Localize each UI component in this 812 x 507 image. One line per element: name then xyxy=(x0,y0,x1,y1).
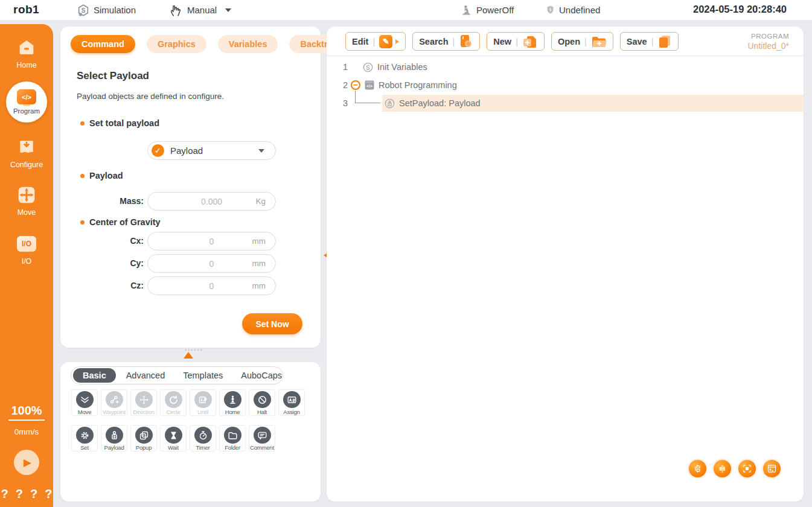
tree-connector xyxy=(355,91,356,103)
cmd-folder[interactable]: Folder xyxy=(219,425,246,451)
play-button[interactable]: ▶ xyxy=(14,450,39,475)
edit-button[interactable]: Edit| ✎ xyxy=(345,32,406,51)
mode-dropdown[interactable]: Manual xyxy=(169,0,231,20)
cmd-halt[interactable]: Halt xyxy=(249,389,275,416)
focus-node-icon[interactable] xyxy=(738,460,756,477)
question-mark[interactable]: ? xyxy=(30,487,37,501)
file-plus-icon xyxy=(522,34,538,49)
sidebar-nav: Home </> Program Configure Move I/O I/O … xyxy=(0,24,53,507)
set-now-button[interactable]: Set Now xyxy=(242,313,302,334)
cmd-wait[interactable]: Wait xyxy=(160,425,187,451)
program-toolbar: Edit| ✎ Search| New| Open| Save| xyxy=(345,32,679,51)
safety-status[interactable]: Undefined xyxy=(545,0,600,20)
question-mark[interactable]: ? xyxy=(45,487,52,501)
mode-label: Manual xyxy=(187,5,217,15)
cmd-home[interactable]: Home xyxy=(219,389,246,416)
sidebar-item-home[interactable]: Home xyxy=(16,37,37,69)
new-button[interactable]: New| xyxy=(487,32,545,51)
cmd-until: Until xyxy=(190,389,216,416)
comment-icon xyxy=(254,427,271,444)
cy-unit: mm xyxy=(252,259,266,268)
payload-dropdown[interactable]: ✓ Payload xyxy=(147,141,276,160)
tab-variables[interactable]: Variables xyxy=(218,35,278,53)
program-panel: Edit| ✎ Search| New| Open| Save| xyxy=(327,27,804,502)
tab-templates[interactable]: Templates xyxy=(175,369,231,382)
pencil-icon: ✎ xyxy=(379,35,392,48)
speed-block: 100% 0mm/s ▶ ? ? ? ? xyxy=(1,404,53,507)
cz-label: Cz: xyxy=(76,276,144,295)
check-circle-icon: ✓ xyxy=(152,144,164,157)
sidebar-item-label: Move xyxy=(18,208,36,217)
palette-tabs: Basic Advanced Templates AuboCaps xyxy=(71,366,283,384)
program-code-icon: </> xyxy=(17,89,36,106)
cmd-assign[interactable]: Assign xyxy=(278,389,305,416)
horizontal-split-handle[interactable]: •••••• xyxy=(174,349,203,359)
collapse-tree-icon[interactable] xyxy=(714,460,731,477)
tree-row-robot-programming[interactable]: 2 − </> Robot Programming xyxy=(327,76,804,94)
tab-command[interactable]: Command xyxy=(71,35,135,53)
tree-row-init-variables[interactable]: 1 Init Variables xyxy=(327,58,804,76)
script-view-icon[interactable] xyxy=(763,460,781,477)
init-variables-icon xyxy=(362,62,374,73)
command-palette-panel: Basic Advanced Templates AuboCaps Move W… xyxy=(60,362,321,502)
question-mark[interactable]: ? xyxy=(16,487,23,501)
play-icon: ▶ xyxy=(24,456,31,469)
documents-icon xyxy=(657,34,672,49)
sidebar-item-configure[interactable]: Configure xyxy=(10,137,43,169)
sidebar-item-label: Program xyxy=(13,107,40,115)
cmd-move[interactable]: Move xyxy=(71,389,98,416)
cmd-comment[interactable]: Comment xyxy=(249,425,275,451)
until-icon xyxy=(194,391,212,408)
palette-row-2: Set Payload Popup Wait Timer Folder Comm… xyxy=(71,425,275,451)
cy-label: Cy: xyxy=(76,254,144,273)
expand-tree-icon[interactable] xyxy=(689,460,706,477)
tab-graphics[interactable]: Graphics xyxy=(147,35,206,53)
clock: 2024-05-19 20:28:40 xyxy=(693,4,787,15)
payload-dropdown-value: Payload xyxy=(170,145,203,156)
section-payload: Payload xyxy=(80,171,123,180)
open-button[interactable]: Open| xyxy=(551,32,613,51)
cz-unit: mm xyxy=(252,281,266,290)
tab-advanced[interactable]: Advanced xyxy=(118,369,173,382)
palette-row-1: Move Waypoint Direction Circle Until Hom… xyxy=(71,389,305,416)
search-button[interactable]: Search| xyxy=(412,32,480,51)
doc-magnifier-icon xyxy=(459,34,473,49)
mass-unit: Kg xyxy=(255,197,266,206)
tree-action-buttons xyxy=(689,460,781,477)
power-status[interactable]: PowerOff xyxy=(461,0,514,20)
home-pose-icon xyxy=(224,391,241,408)
svg-text:S: S xyxy=(82,7,86,13)
toolbar-divider xyxy=(327,56,804,56)
home-icon xyxy=(16,37,37,58)
tab-aubocaps[interactable]: AuboCaps xyxy=(233,369,290,382)
simulation-status[interactable]: S Simulation xyxy=(77,0,136,20)
tree-connector xyxy=(355,103,380,103)
help-marks: ? ? ? ? xyxy=(1,487,53,501)
submenu-arrow-icon xyxy=(395,39,399,44)
cmd-payload[interactable]: Payload xyxy=(101,425,127,451)
tab-basic[interactable]: Basic xyxy=(73,368,116,383)
save-button[interactable]: Save| xyxy=(620,32,679,51)
cmd-set[interactable]: Set xyxy=(71,425,98,451)
program-name: Untitled_0* xyxy=(748,41,790,51)
tree-row-setpayload[interactable]: 3 SetPayload: Payload xyxy=(327,94,804,112)
chevron-down-icon xyxy=(225,8,231,12)
move-icon xyxy=(76,391,94,408)
collapse-node-icon[interactable]: − xyxy=(351,80,360,90)
popup-icon xyxy=(135,427,153,444)
sidebar-item-move[interactable]: Move xyxy=(16,185,37,217)
sidebar-item-io[interactable]: I/O I/O xyxy=(16,234,37,266)
power-label: PowerOff xyxy=(476,5,514,15)
cmd-timer[interactable]: Timer xyxy=(190,425,216,451)
page-description: Payload objects are defined in configure… xyxy=(77,92,224,101)
cmd-popup[interactable]: Popup xyxy=(130,425,157,451)
bullet-icon xyxy=(80,121,85,126)
io-badge-icon: I/O xyxy=(16,234,37,254)
sidebar-item-label: Home xyxy=(16,61,36,69)
sidebar-item-program[interactable]: </> Program xyxy=(6,81,47,123)
simulation-label: Simulation xyxy=(94,5,136,15)
hand-icon xyxy=(169,3,184,18)
page-title: Select Payload xyxy=(77,70,149,82)
speed-percent[interactable]: 100% xyxy=(8,404,44,421)
question-mark[interactable]: ? xyxy=(1,487,8,501)
